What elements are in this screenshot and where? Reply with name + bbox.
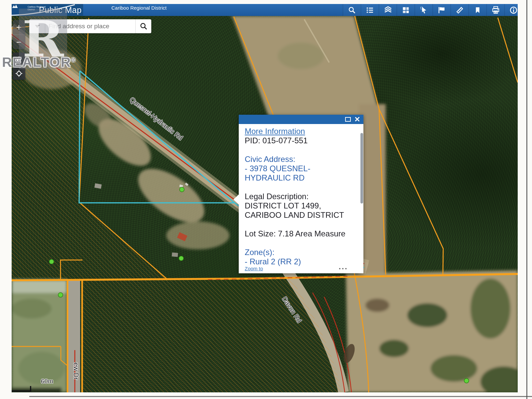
- road-label-view-dr: ew Dr: [72, 362, 80, 380]
- toolbar-bookmark-button[interactable]: [468, 4, 486, 16]
- toolbar-layers-button[interactable]: [379, 4, 397, 16]
- search-icon: [348, 6, 356, 14]
- search-icon: [140, 22, 148, 30]
- maximize-icon[interactable]: [345, 117, 351, 122]
- toolbar-info-button[interactable]: [504, 4, 518, 16]
- toolbar-select-button[interactable]: [415, 4, 433, 16]
- map-canvas[interactable]: Quesnel-Hydraulic Rd Davon Rd ew Dr 60m …: [12, 16, 518, 392]
- page-title: Public Map: [39, 5, 82, 15]
- locate-button[interactable]: [13, 67, 25, 80]
- toolbar-legend-button[interactable]: [361, 4, 379, 16]
- toolbar-measure-button[interactable]: [451, 4, 468, 16]
- app-header: Cariboo Regional District Public Map Car…: [12, 4, 518, 16]
- select-cursor-icon: [420, 6, 428, 14]
- legal-description-line2: CARIBOO LAND DISTRICT: [245, 210, 359, 220]
- zoom-to-link[interactable]: Zoom to: [245, 266, 263, 271]
- search-dropdown-button[interactable]: [29, 19, 45, 33]
- civic-address-line1: - 3978 QUESNEL-: [245, 164, 359, 173]
- legal-description-line1: DISTRICT LOT 1499,: [245, 201, 359, 210]
- zoom-control: + −: [13, 20, 25, 49]
- info-icon: [509, 6, 518, 14]
- print-icon: [491, 6, 500, 14]
- home-icon: [15, 55, 23, 63]
- search-input[interactable]: [45, 19, 135, 33]
- toolbar-draw-button[interactable]: [433, 4, 451, 16]
- popup-scrollbar[interactable]: [360, 133, 363, 203]
- legend-icon: [366, 6, 374, 14]
- toolbar-print-button[interactable]: [486, 4, 504, 16]
- toolbar-search-button[interactable]: [343, 4, 361, 16]
- page: Quesnel-Hydraulic Rd Davon Rd ew Dr 60m …: [0, 0, 532, 399]
- civic-address-label: Civic Address:: [245, 155, 359, 164]
- zone-value: - Rural 2 (RR 2): [245, 257, 359, 266]
- scan-edge-vertical: [526, 0, 527, 399]
- home-button[interactable]: [13, 53, 25, 65]
- basemap-icon: [402, 6, 410, 14]
- map-flag-icon: [438, 6, 446, 14]
- locate-icon: [15, 70, 23, 77]
- layers-icon: [384, 6, 392, 14]
- popup-body: More Information PID: 015-077-551 Civic …: [239, 124, 363, 273]
- legal-description-label: Legal Description:: [245, 192, 359, 201]
- close-icon[interactable]: [354, 116, 360, 122]
- feature-popup: More Information PID: 015-077-551 Civic …: [239, 115, 363, 273]
- search-button[interactable]: [135, 19, 151, 33]
- search-widget: [29, 19, 151, 33]
- scale-label: 60m: [41, 378, 53, 385]
- popup-menu-dots[interactable]: •••: [339, 266, 348, 271]
- zones-label: Zone(s):: [245, 248, 359, 257]
- zoom-in-button[interactable]: +: [13, 20, 25, 35]
- more-information-link[interactable]: More Information: [245, 127, 359, 136]
- civic-address-line2: HYDRAULIC RD: [245, 173, 359, 183]
- popup-title-bar: [239, 115, 363, 124]
- crd-logo-icon: [12, 4, 18, 9]
- popup-callout-arrow: [233, 195, 239, 204]
- zoom-out-button[interactable]: −: [13, 35, 25, 50]
- pid-value: PID: 015-077-551: [245, 136, 359, 145]
- scan-edge-horizontal: [29, 396, 532, 397]
- measure-ruler-icon: [456, 6, 464, 14]
- bookmark-icon: [474, 6, 481, 14]
- lot-size-value: Lot Size: 7.18 Area Measure: [245, 229, 359, 238]
- org-label: Cariboo Regional District: [111, 5, 167, 11]
- chevron-down-icon: [35, 25, 40, 28]
- toolbar-basemap-button[interactable]: [397, 4, 415, 16]
- toolbar: [343, 4, 518, 16]
